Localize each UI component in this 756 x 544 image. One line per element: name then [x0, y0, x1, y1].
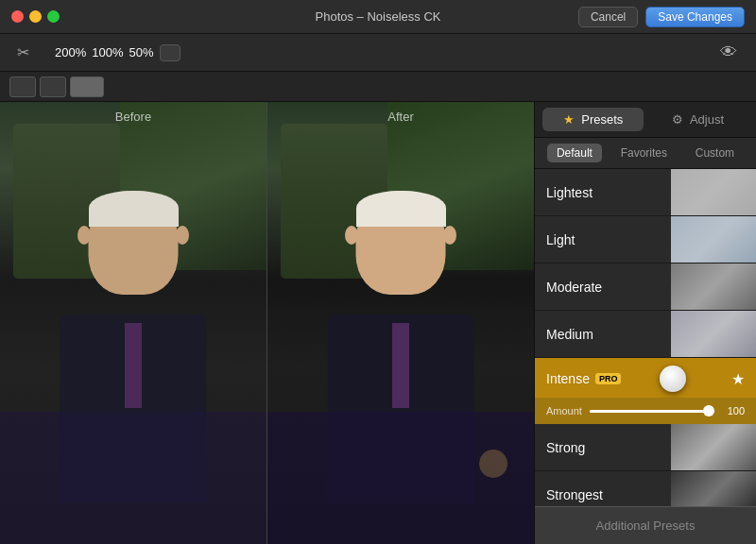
amount-value: 100 — [722, 405, 745, 416]
photo-area: Before After — [0, 102, 534, 544]
amount-slider[interactable] — [590, 410, 714, 413]
maximize-button[interactable] — [47, 10, 60, 23]
view-single-button[interactable] — [9, 76, 36, 97]
additional-presets[interactable]: Additional Presets — [535, 506, 756, 544]
amount-label: Amount — [546, 405, 582, 416]
view-mode-bar — [0, 72, 756, 102]
sub-tab-favorites[interactable]: Favorites — [611, 144, 677, 162]
intense-thumb — [660, 366, 686, 392]
zoom-200[interactable]: 200% — [55, 45, 86, 60]
before-photo — [0, 102, 266, 544]
zoom-100[interactable]: 100% — [92, 45, 123, 60]
after-label: After — [387, 110, 413, 124]
save-button[interactable]: Save Changes — [645, 7, 745, 27]
preset-light[interactable]: Light — [535, 216, 756, 264]
slider-thumb — [703, 405, 714, 416]
view-split-button[interactable] — [40, 76, 66, 97]
zoom-50[interactable]: 50% — [129, 45, 154, 60]
preset-moderate[interactable]: Moderate — [535, 264, 756, 311]
preset-lightest-thumb — [671, 169, 756, 215]
sub-tabs: Default Favorites Custom — [535, 138, 756, 169]
preset-intense[interactable]: Intense PRO ★ Amount 100 — [535, 358, 756, 424]
before-panel: Before — [0, 102, 266, 544]
star-icon: ★ — [563, 112, 575, 127]
presets-tab-label: Presets — [581, 112, 623, 127]
eye-icon[interactable]: 👁 — [720, 42, 737, 62]
preset-light-thumb — [671, 216, 756, 263]
favorite-star-icon[interactable]: ★ — [731, 370, 745, 388]
titlebar-left — [11, 10, 60, 23]
preset-strong-thumb — [671, 424, 756, 470]
preset-medium[interactable]: Medium — [535, 311, 756, 358]
after-panel: After — [267, 102, 534, 544]
amount-row: Amount 100 — [535, 398, 756, 424]
zoom-controls: 200% 100% 50% — [55, 44, 180, 61]
preset-strongest[interactable]: Strongest — [535, 471, 756, 506]
presets-tab[interactable]: ★ Presets — [542, 108, 644, 131]
preset-strong-label: Strong — [546, 440, 585, 455]
titlebar-actions: Cancel Save Changes — [578, 7, 745, 27]
adjust-tab-label: Adjust — [690, 112, 724, 127]
before-label: Before — [115, 110, 151, 124]
titlebar: Photos – Noiseless CK Cancel Save Change… — [0, 0, 756, 34]
preset-moderate-thumb — [671, 264, 756, 310]
window-title: Photos – Noiseless CK — [316, 9, 441, 24]
preset-list: Lightest Light Moderate Medium In — [535, 169, 756, 506]
adjust-tab[interactable]: ⚙ Adjust — [647, 108, 748, 131]
preset-strongest-thumb — [671, 471, 756, 506]
preset-intense-label: Intense — [546, 371, 590, 386]
pro-badge: PRO — [595, 373, 622, 384]
preset-moderate-label: Moderate — [546, 280, 602, 295]
cancel-button[interactable]: Cancel — [578, 7, 638, 27]
close-button[interactable] — [11, 10, 24, 23]
preset-lightest[interactable]: Lightest — [535, 169, 756, 216]
panel-tabs: ★ Presets ⚙ Adjust — [535, 102, 756, 138]
preset-medium-thumb — [671, 311, 756, 357]
view-compare-button[interactable] — [70, 76, 104, 97]
preset-strongest-label: Strongest — [546, 487, 603, 502]
preset-lightest-label: Lightest — [546, 185, 593, 200]
toolbar: ✂ 200% 100% 50% 👁 — [0, 34, 756, 72]
sub-tab-custom[interactable]: Custom — [686, 144, 744, 162]
traffic-lights — [11, 10, 60, 23]
after-photo — [267, 102, 534, 544]
main-content: Before After — [0, 102, 756, 544]
preset-medium-label: Medium — [546, 327, 593, 342]
additional-presets-label: Additional Presets — [596, 518, 696, 533]
scissors-icon[interactable]: ✂ — [9, 40, 36, 66]
preset-strong[interactable]: Strong — [535, 424, 756, 471]
preset-light-label: Light — [546, 232, 575, 247]
minimize-button[interactable] — [29, 10, 42, 23]
sliders-icon: ⚙ — [672, 112, 683, 127]
sub-tab-default[interactable]: Default — [547, 144, 602, 162]
slider-fill — [590, 410, 714, 413]
right-panel: ★ Presets ⚙ Adjust Default Favorites Cus… — [534, 102, 756, 544]
zoom-box — [160, 44, 180, 61]
